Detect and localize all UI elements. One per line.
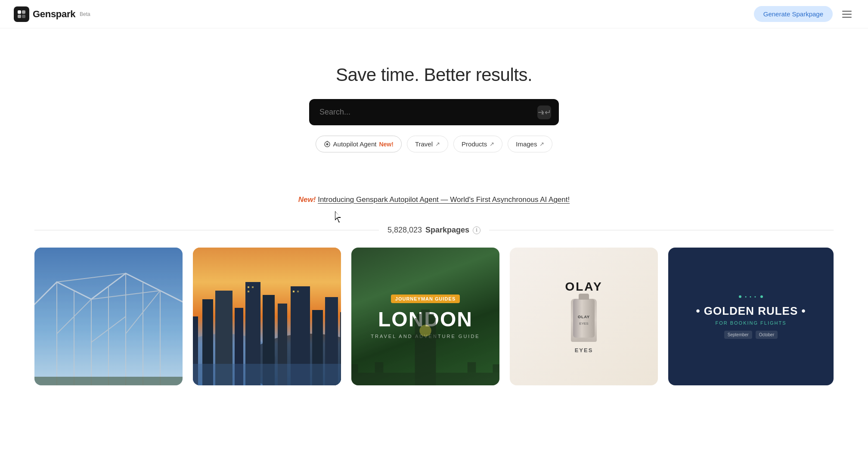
svg-rect-36 (252, 286, 254, 288)
autopilot-new-badge: New! (379, 141, 393, 148)
info-icon[interactable]: ℹ (473, 226, 480, 234)
announcement-banner: New! Introducing Genspark Autopilot Agen… (298, 195, 570, 204)
sparkpages-label: Sparkpages (425, 226, 469, 235)
svg-rect-3 (22, 15, 25, 18)
announcement-link[interactable]: Introducing Genspark Autopilot Agent — W… (318, 195, 570, 204)
svg-rect-0 (18, 10, 21, 14)
card-5-calendars: September October (724, 331, 778, 339)
card-4-product-name: EYES (575, 347, 593, 353)
announcement-new-label: New! (298, 195, 316, 204)
svg-rect-38 (293, 291, 294, 292)
svg-text:EYES: EYES (579, 322, 588, 326)
products-arrow-icon: ↗ (490, 141, 494, 147)
svg-rect-20 (34, 377, 183, 385)
menu-line-1 (842, 11, 852, 12)
card-5-calendar-september: September (724, 331, 752, 339)
autopilot-label: Autopilot Agent (333, 140, 377, 148)
menu-line-2 (842, 14, 852, 15)
header-right: Generate Sparkpage (754, 6, 854, 22)
card-3-badge: JOURNEYMAN GUIDES (391, 294, 460, 303)
search-input[interactable] (309, 99, 559, 125)
card-golden-rules[interactable]: • • • • GOLDEN RULES • FOR BOOKING FLIGH… (668, 248, 834, 385)
svg-text:OLAY: OLAY (578, 315, 590, 319)
svg-rect-52 (579, 299, 589, 300)
sparkpages-section: 5,828,023 Sparkpages ℹ (0, 217, 868, 385)
card-olay-product[interactable]: OLAY OLAY EYES (510, 248, 658, 385)
beta-badge: Beta (80, 11, 90, 17)
card-roller-coaster[interactable] (34, 248, 183, 385)
svg-rect-46 (351, 373, 499, 385)
card-city-skyline[interactable] (193, 248, 341, 385)
svg-point-45 (419, 325, 431, 336)
header: Genspark Beta Generate Sparkpage (0, 0, 868, 28)
svg-rect-50 (493, 364, 499, 373)
card-5-bullets: • • • (745, 294, 757, 299)
quick-actions: Autopilot Agent New! Travel ↗ Products ↗… (316, 136, 553, 152)
svg-point-5 (326, 143, 328, 145)
menu-line-3 (842, 17, 852, 18)
divider-right (489, 230, 834, 230)
sparkpages-count: 5,828,023 Sparkpages ℹ (388, 226, 480, 235)
svg-rect-2 (18, 15, 21, 18)
products-label: Products (462, 140, 487, 148)
autopilot-agent-button[interactable]: Autopilot Agent New! (316, 136, 402, 152)
svg-rect-37 (248, 291, 249, 292)
sparkpages-number: 5,828,023 (388, 226, 422, 235)
svg-rect-1 (22, 10, 25, 14)
announcement-link-text: Introducing Genspark Autopilot Agent — W… (318, 195, 570, 204)
svg-rect-44 (421, 310, 430, 315)
images-label: Images (516, 140, 537, 148)
menu-button[interactable] (840, 8, 854, 20)
svg-rect-39 (297, 291, 299, 292)
svg-rect-43 (417, 314, 434, 320)
images-arrow-icon: ↗ (539, 141, 544, 147)
products-button[interactable]: Products ↗ (453, 136, 502, 152)
card-5-dot-left (739, 295, 741, 298)
logo-text: Genspark (33, 9, 75, 20)
card-london-guide[interactable]: JOURNEYMAN GUIDES LONDON TRAVEL AND ADVE… (351, 248, 499, 385)
travel-button[interactable]: Travel ↗ (407, 136, 448, 152)
divider-left (34, 230, 379, 230)
logo-icon (14, 6, 29, 22)
logo-area: Genspark Beta (14, 6, 90, 22)
card-gallery: JOURNEYMAN GUIDES LONDON TRAVEL AND ADVE… (0, 248, 868, 385)
card-4-brand: OLAY (565, 280, 602, 294)
card-5-dot-right (760, 295, 763, 298)
travel-arrow-icon: ↗ (435, 141, 440, 147)
svg-rect-49 (468, 362, 476, 372)
travel-label: Travel (415, 140, 433, 148)
svg-rect-35 (248, 286, 249, 288)
hero-title: Save time. Better results. (336, 65, 532, 85)
hero-section: Save time. Better results. ↵ Au (0, 30, 868, 170)
main-content: Save time. Better results. ↵ Au (0, 0, 868, 385)
svg-rect-48 (375, 362, 384, 372)
card-5-calendar-october: October (756, 331, 778, 339)
search-enter-icon[interactable]: ↵ (537, 105, 551, 119)
images-button[interactable]: Images ↗ (508, 136, 552, 152)
card-5-subtitle: FOR BOOKING FLIGHTS (715, 320, 786, 326)
generate-sparkpage-button[interactable]: Generate Sparkpage (754, 6, 833, 22)
autopilot-icon (324, 141, 331, 148)
card-5-title: • GOLDEN RULES • (696, 304, 806, 318)
sparkpages-header: 5,828,023 Sparkpages ℹ (0, 226, 868, 235)
svg-rect-47 (351, 364, 358, 373)
svg-rect-40 (193, 364, 341, 385)
card-5-header: • • • (739, 294, 763, 299)
card-4-bottle: OLAY EYES (571, 299, 597, 342)
search-container: ↵ (309, 99, 559, 125)
